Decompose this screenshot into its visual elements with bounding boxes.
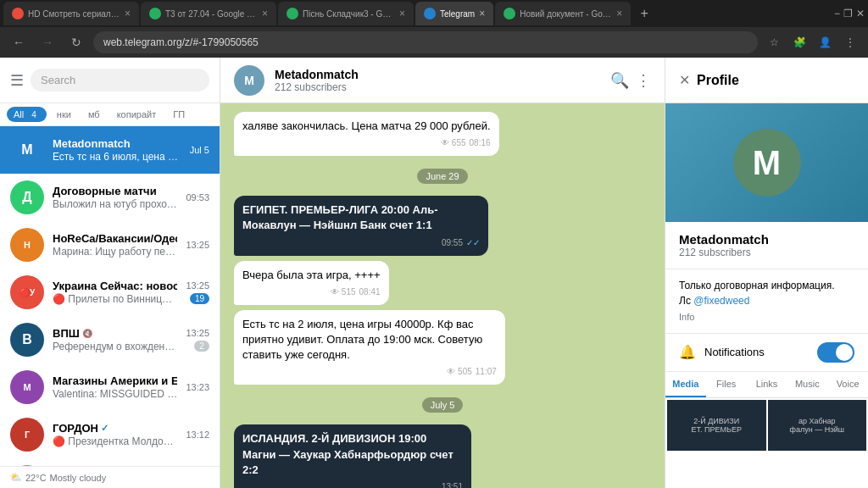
more-options-button[interactable]: ⋮ xyxy=(636,71,651,90)
chat-item-horeca[interactable]: H HoReCa/Вакансии/Одесса 🔇 Марина: Ищу р… xyxy=(0,221,220,269)
minimize-button[interactable]: − xyxy=(834,8,840,19)
message-views: 👁 515 xyxy=(331,286,355,298)
chat-header-subscribers: 212 subscribers xyxy=(275,81,600,93)
profile-title: Profile xyxy=(697,73,739,88)
profile-button[interactable]: 👤 xyxy=(814,31,836,53)
chat-info: ГОРДОН ✓ 🔴 Президентка Молдови Мая Сан..… xyxy=(53,422,177,447)
chat-meta: 13:25 2 xyxy=(186,328,209,352)
tab-1[interactable]: HD Смотреть сериал Рассвет ано... × xyxy=(3,2,139,25)
chat-meta: 13:12 xyxy=(186,430,209,440)
avatar: В xyxy=(10,323,44,357)
tab-close-1[interactable]: × xyxy=(125,8,131,19)
filter-tab-mb[interactable]: мб xyxy=(81,107,107,122)
chat-time: Jul 5 xyxy=(190,145,209,155)
tab-close-3[interactable]: × xyxy=(399,8,405,19)
chat-item-rabota[interactable]: Р Работа в Одессе 🔇 Ищу работу/подработк… xyxy=(0,458,220,466)
close-profile-button[interactable]: ✕ xyxy=(679,72,690,88)
chat-name: Магазины Америки и Евро... 🔇 xyxy=(53,374,177,387)
filter-tab-copyright[interactable]: копирайт xyxy=(110,107,164,122)
chat-info: Metadonmatch Есть тс на 6 июля, цена игр… xyxy=(53,137,181,163)
message-time: 11:07 xyxy=(476,366,497,378)
chat-preview: Референдум о вхождении За... xyxy=(53,341,177,352)
profile-desc-text: Только договорная информация.Лс @fixedwe… xyxy=(679,278,854,308)
chat-name: Metadonmatch xyxy=(53,137,181,150)
profile-header: ✕ Profile xyxy=(665,58,868,103)
browser-chrome: HD Смотреть сериал Рассвет ано... × T3 о… xyxy=(0,0,868,58)
reload-button[interactable]: ↻ xyxy=(64,30,88,54)
chat-preview: Выложил на ютуб проход от инфор... xyxy=(53,198,177,210)
chat-item-dogovornie[interactable]: Д Договорные матчи Выложил на ютуб прохо… xyxy=(0,174,220,221)
date-label: July 5 xyxy=(422,397,464,413)
search-chat-button[interactable]: 🔍 xyxy=(610,71,629,90)
filter-tabs: All 4 нки мб копирайт ГП xyxy=(0,103,220,126)
filter-tab-nki[interactable]: нки xyxy=(50,107,78,122)
tab-close-5[interactable]: × xyxy=(616,8,622,19)
hamburger-menu-button[interactable]: ☰ xyxy=(10,71,24,90)
message-bubble: ЕГИПЕТ. ПРЕМЬЕР-ЛИГА 20:00 Аль-Мокавлун … xyxy=(234,196,488,255)
media-thumb-1[interactable]: 2-Й ДИВИЗИЕТ. ПРЕМЬЕР xyxy=(667,400,766,451)
extensions-button[interactable]: 🧩 xyxy=(788,31,810,53)
message-meta: 09:55 ✓✓ xyxy=(242,237,480,249)
media-tab-files[interactable]: Files xyxy=(706,372,747,397)
chat-time: 09:53 xyxy=(186,192,209,202)
bookmark-button[interactable]: ☆ xyxy=(763,31,785,53)
tab-close-4[interactable]: × xyxy=(479,8,485,19)
address-bar[interactable]: web.telegram.org/z/#-1799050565 xyxy=(93,31,758,53)
chat-item-gordon[interactable]: Г ГОРДОН ✓ 🔴 Президентка Молдови Мая Сан… xyxy=(0,411,220,458)
filter-tab-gp[interactable]: ГП xyxy=(166,107,192,122)
close-window-button[interactable]: ✕ xyxy=(856,8,865,19)
back-button[interactable]: ← xyxy=(7,30,31,54)
message-views: 👁 655 xyxy=(441,137,465,149)
message-views: 👁 505 xyxy=(447,366,471,378)
chat-item-vpsh[interactable]: В ВПШ 🔇 Референдум о вхождении За... 13:… xyxy=(0,316,220,363)
menu-button[interactable]: ⋮ xyxy=(839,31,861,53)
chat-preview: 🔴 Президентка Молдови Мая Сан... xyxy=(53,435,177,447)
chat-item-metadonmatch[interactable]: M Metadonmatch Есть тс на 6 июля, цена и… xyxy=(0,126,220,174)
chat-preview: Valentina: MISSGUIDED -80% додатко... xyxy=(53,388,177,400)
media-tab-voice[interactable]: Voice xyxy=(827,372,868,397)
weather-bar: ⛅ 22°C Mostly cloudy xyxy=(0,466,220,488)
filter-tab-all[interactable]: All 4 xyxy=(7,107,47,122)
chat-header-name: Metadonmatch xyxy=(275,68,600,81)
chat-sidebar: ☰ Search All 4 нки мб копирайт ГП M Meta… xyxy=(0,58,220,488)
messages-container: халяве закончилась. Цена матча 29 000 ру… xyxy=(220,103,665,488)
tab-5[interactable]: Новий документ - Google Дод... × xyxy=(495,2,631,25)
tab-2[interactable]: T3 от 27.04 - Google Таблицы × xyxy=(141,2,276,25)
message-iceland: ИСЛАНДИЯ. 2-Й ДИВИЗИОН 19:00Магни — Хаук… xyxy=(234,424,471,488)
unread-badge: 2 xyxy=(194,341,209,352)
maximize-button[interactable]: ❐ xyxy=(843,8,853,19)
new-tab-button[interactable]: + xyxy=(632,2,656,25)
media-tabs: Media Files Links Music Voice xyxy=(665,372,868,398)
media-tab-links[interactable]: Links xyxy=(747,372,787,397)
tab-4-telegram[interactable]: Telegram × xyxy=(415,2,493,25)
media-grid: 2-Й ДИВИЗИЕТ. ПРЕМЬЕР ар Хабнарфалун — Н… xyxy=(665,398,868,452)
chat-header-avatar: M xyxy=(234,65,264,96)
notifications-label: Notifications xyxy=(704,346,809,358)
profile-description: Только договорная информация.Лс @fixedwe… xyxy=(665,269,868,334)
chat-preview: Есть тс на 6 июля, цена игры 35000... xyxy=(53,151,181,163)
media-tab-music[interactable]: Music xyxy=(787,372,827,397)
tab-3[interactable]: Піснь Складчик3 - Google Дод... × xyxy=(278,2,414,25)
search-input[interactable]: Search xyxy=(31,69,209,92)
avatar: М xyxy=(10,370,44,404)
media-thumb-2[interactable]: ар Хабнарфалун — Нэйш xyxy=(768,400,867,451)
chat-time: 13:12 xyxy=(186,430,209,440)
tab-close-2[interactable]: × xyxy=(262,8,268,19)
message-egypt: ЕГИПЕТ. ПРЕМЬЕР-ЛИГА 20:00 Аль-Мокавлун … xyxy=(234,196,488,255)
chat-info: Украина Сейчас: новости... ✓ 🔴 Прилеты п… xyxy=(53,280,177,305)
message-meta: 13:51 xyxy=(242,481,463,488)
chat-header: M Metadonmatch 212 subscribers 🔍 ⋮ xyxy=(220,58,665,103)
chat-meta: 09:53 xyxy=(186,192,209,202)
notification-row: 🔔 Notifications xyxy=(665,334,868,372)
notifications-toggle[interactable] xyxy=(817,342,854,363)
profile-subscribers: 212 subscribers xyxy=(679,247,854,258)
profile-link[interactable]: @fixedweed xyxy=(693,295,749,307)
chat-item-ukraine[interactable]: 🔴У Украина Сейчас: новости... ✓ 🔴 Прилет… xyxy=(0,269,220,316)
media-tab-media[interactable]: Media xyxy=(665,372,706,397)
chat-list: M Metadonmatch Есть тс на 6 июля, цена и… xyxy=(0,126,220,466)
profile-info: Metadonmatch 212 subscribers xyxy=(665,222,868,269)
chat-item-magaziny[interactable]: М Магазины Америки и Евро... 🔇 Valentina… xyxy=(0,363,220,411)
browser-controls: ← → ↻ web.telegram.org/z/#-1799050565 ☆ … xyxy=(0,27,868,58)
app-container: ☰ Search All 4 нки мб копирайт ГП M Meta… xyxy=(0,58,868,488)
forward-button[interactable]: → xyxy=(36,30,59,54)
